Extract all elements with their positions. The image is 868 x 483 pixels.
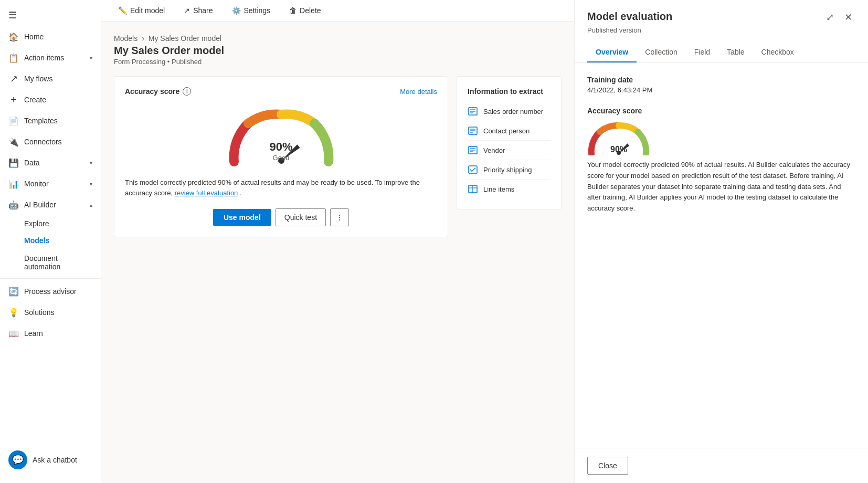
card-title: Accuracy score i [125, 87, 191, 96]
checkbox-icon [468, 164, 478, 175]
tab-overview-label: Overview [596, 48, 628, 56]
share-label: Share [193, 6, 213, 15]
sidebar-item-solutions[interactable]: 💡 Solutions [0, 302, 101, 323]
panel-title: Model evaluation [587, 10, 672, 23]
sidebar-item-monitor[interactable]: 📊 Monitor ▾ [0, 173, 101, 194]
info-icon[interactable]: i [183, 87, 191, 96]
sidebar-item-label: My flows [24, 75, 92, 83]
sidebar-item-templates[interactable]: 📄 Templates [0, 110, 101, 131]
breadcrumb-parent[interactable]: Models [114, 34, 137, 43]
field-icon [468, 145, 478, 155]
settings-button[interactable]: ⚙️ Settings [228, 4, 275, 17]
tab-checkbox[interactable]: Checkbox [753, 43, 802, 62]
data-icon: 💾 [8, 158, 19, 168]
sidebar-item-learn[interactable]: 📖 Learn [0, 323, 101, 344]
templates-icon: 📄 [8, 116, 19, 126]
tab-table-label: Table [727, 48, 744, 56]
hamburger-button[interactable]: ☰ [0, 4, 101, 26]
tab-collection[interactable]: Collection [637, 43, 685, 62]
sidebar-item-data[interactable]: 💾 Data ▾ [0, 152, 101, 173]
close-panel-button[interactable]: ✕ [841, 10, 855, 24]
ai-builder-submenu: Explore Models [0, 215, 101, 249]
card-header: Accuracy score i More details [125, 87, 437, 96]
breadcrumb-separator: › [142, 34, 144, 43]
chatbot-label: Ask a chatbot [33, 456, 77, 464]
chevron-up-icon: ▴ [90, 202, 92, 208]
close-button[interactable]: Close [587, 457, 628, 475]
sidebar-item-process-advisor[interactable]: 🔄 Process advisor [0, 281, 101, 302]
sidebar: ☰ 🏠 Home 📋 Action items ▾ ↗ My flows + C… [0, 0, 101, 483]
process-advisor-icon: 🔄 [8, 286, 19, 297]
my-flows-icon: ↗ [8, 74, 19, 84]
toolbar: ✏️ Edit model ↗ Share ⚙️ Settings 🗑 Dele… [101, 0, 574, 22]
chevron-down-icon: ▾ [90, 55, 92, 61]
solutions-icon: 💡 [8, 307, 19, 318]
models-label: Models [24, 236, 49, 245]
share-button[interactable]: ↗ Share [179, 4, 217, 17]
accuracy-score-section: Accuracy score 90% Your model cor [587, 107, 855, 214]
sidebar-item-label: Create [24, 96, 92, 104]
cards-row: Accuracy score i More details [114, 76, 562, 237]
accuracy-card: Accuracy score i More details [114, 76, 448, 237]
panel-actions: ⤢ ✕ [823, 10, 855, 24]
expand-panel-button[interactable]: ⤢ [823, 10, 837, 24]
sidebar-item-label: Document automation [24, 254, 92, 271]
sidebar-item-action-items[interactable]: 📋 Action items ▾ [0, 47, 101, 68]
table-icon [468, 184, 478, 194]
sidebar-item-label: Home [24, 33, 92, 41]
quick-test-button[interactable]: Quick test [276, 208, 326, 226]
svg-rect-15 [469, 185, 477, 193]
panel-gauge-chart: 90% [587, 121, 650, 155]
panel-accuracy-description: Your model correctly predicted 90% of ac… [587, 160, 855, 214]
sidebar-item-label: Solutions [24, 308, 92, 317]
page-subtitle: Form Processing • Published [114, 58, 562, 66]
more-options-button[interactable]: ⋮ [330, 208, 349, 226]
sidebar-item-models[interactable]: Models [24, 232, 101, 249]
sidebar-divider [0, 278, 101, 279]
sidebar-item-ai-builder[interactable]: 🤖 AI Builder ▴ [0, 194, 101, 215]
chatbot-icon: 💬 [8, 450, 27, 469]
extract-item-priority-shipping: Priority shipping [468, 160, 551, 180]
more-options-icon: ⋮ [336, 213, 343, 222]
sidebar-item-connectors[interactable]: 🔌 Connectors [0, 131, 101, 152]
learn-icon: 📖 [8, 328, 19, 339]
gauge-value-text: 90% Good [269, 140, 292, 162]
extract-item-label: Vendor [483, 146, 505, 154]
accuracy-description: This model correctly predicted 90% of ac… [125, 177, 437, 198]
panel-title-row: Model evaluation ⤢ ✕ [587, 10, 855, 24]
sidebar-item-label: Action items [24, 54, 84, 62]
sidebar-item-explore[interactable]: Explore [24, 215, 101, 232]
tab-overview[interactable]: Overview [587, 43, 637, 62]
use-model-button[interactable]: Use model [213, 209, 271, 226]
chatbot-button[interactable]: 💬 Ask a chatbot [0, 445, 101, 475]
content-area: Models › My Sales Order model My Sales O… [101, 22, 574, 483]
panel-tabs: Overview Collection Field Table Checkbox [587, 43, 855, 62]
sidebar-item-label: Monitor [24, 180, 84, 188]
delete-button[interactable]: 🗑 Delete [285, 4, 325, 17]
panel-subtitle: Published version [587, 26, 855, 34]
sidebar-item-label: Data [24, 159, 84, 167]
main-content: ✏️ Edit model ↗ Share ⚙️ Settings 🗑 Dele… [101, 0, 574, 483]
tab-table[interactable]: Table [718, 43, 753, 62]
tab-field[interactable]: Field [686, 43, 718, 62]
sidebar-item-document-automation[interactable]: Document automation [0, 249, 101, 276]
panel-footer: Close [575, 448, 868, 483]
sidebar-item-home[interactable]: 🏠 Home [0, 26, 101, 47]
hamburger-icon: ☰ [8, 9, 17, 21]
extract-card: Information to extract Sales order numbe… [457, 76, 562, 209]
more-details-link[interactable]: More details [400, 88, 437, 96]
training-date-section: Training date 4/1/2022, 6:43:24 PM [587, 76, 855, 94]
field-icon [468, 106, 478, 117]
breadcrumb: Models › My Sales Order model [114, 34, 562, 43]
chevron-down-icon: ▾ [90, 160, 92, 166]
accuracy-score-title: Accuracy score [587, 107, 855, 115]
share-icon: ↗ [184, 6, 190, 15]
extract-item-sales-order: Sales order number [468, 102, 551, 121]
edit-model-button[interactable]: ✏️ Edit model [114, 4, 169, 17]
review-full-evaluation-link[interactable]: review full evaluation [175, 189, 238, 197]
gauge-container: 90% Good [125, 104, 437, 167]
sidebar-item-create[interactable]: + Create [0, 89, 101, 110]
panel-gauge-value: 90% [610, 145, 627, 154]
sidebar-item-my-flows[interactable]: ↗ My flows [0, 68, 101, 89]
breadcrumb-current: My Sales Order model [149, 34, 221, 43]
